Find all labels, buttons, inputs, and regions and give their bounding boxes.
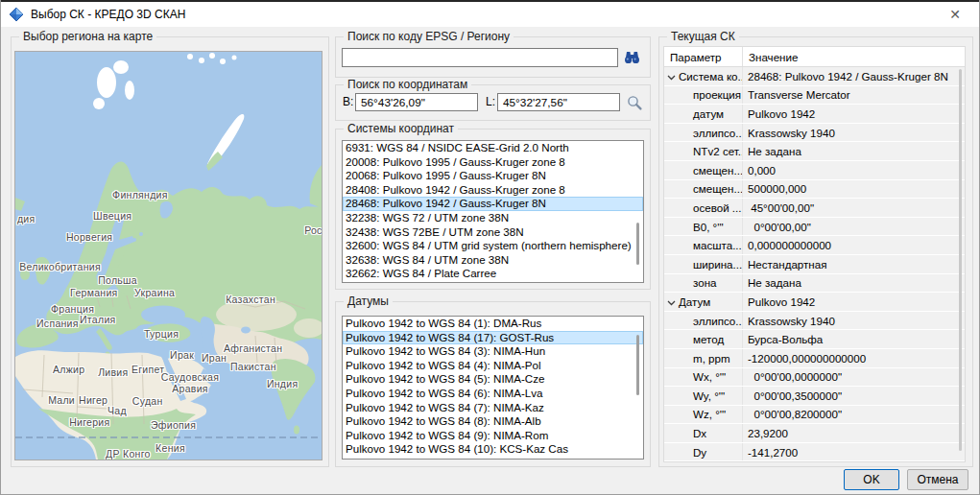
crs-list-item[interactable]: 32638: WGS 84 / UTM zone 38N <box>343 253 643 268</box>
cancel-button[interactable]: Отмена <box>907 469 968 490</box>
table-row[interactable]: смещен... 500000,000 <box>664 180 965 199</box>
crs-listbox[interactable]: 6931: WGS 84 / NSIDC EASE-Grid 2.0 North… <box>342 140 644 283</box>
table-row[interactable]: эллипсо... Krassowsky 1940 <box>664 312 965 330</box>
table-scrollbar[interactable] <box>959 69 962 451</box>
crs-list-item[interactable]: 32600: WGS 84 / UTM grid system (norther… <box>343 239 643 253</box>
map-country-label: Италия <box>80 314 116 325</box>
crs-list-item[interactable]: 20068: Pulkovo 1995 / Gauss-Kruger 8N <box>343 169 643 183</box>
column-header-param[interactable]: Параметр <box>664 47 742 66</box>
datum-list-item[interactable]: Pulkovo 1942 to WGS 84 (17): GOST-Rus <box>343 331 643 345</box>
table-row[interactable]: B0, °'" 0°00'00,00" <box>664 218 965 236</box>
table-row[interactable]: Wx, °'" 0°00'00,0000000" <box>664 368 965 387</box>
epsg-search-input[interactable] <box>342 48 618 67</box>
crs-group-label: Системы координат <box>344 122 458 136</box>
table-row[interactable]: NTv2 сет... Не задана <box>664 142 965 160</box>
param-value: Transverse Mercator <box>742 86 965 105</box>
map-groupbox: Выбор региона на карте <box>11 36 329 467</box>
b-coordinate-input[interactable] <box>355 93 478 111</box>
find-button[interactable] <box>620 46 644 68</box>
window-title: Выбор СК - КРЕДО 3D СКАН <box>31 8 185 21</box>
param-name: Dy <box>678 443 742 461</box>
l-coordinate-input[interactable] <box>497 93 620 111</box>
column-header-value[interactable]: Значение <box>742 47 965 66</box>
map-country-label: Египет <box>131 364 164 375</box>
datums-list-scrollbar[interactable] <box>636 335 639 395</box>
coord-search-groupbox: Поиск по координатам B: L: <box>335 84 651 121</box>
datum-list-item[interactable]: Pulkovo 1942 to WGS 84 (10): KCS-Kaz Cas <box>343 442 643 457</box>
crs-list-item[interactable]: 28408: Pulkovo 1942 / Gauss-Kruger zone … <box>343 183 643 198</box>
param-value: 45°00'00,00" <box>742 199 965 217</box>
datum-list-item[interactable]: Pulkovo 1942 to WGS 84 (4): NIMA-Pol <box>343 359 643 373</box>
table-row[interactable]: Wy, °'" 0°00'00,3500000" <box>664 387 965 405</box>
param-name: B0, °'" <box>678 218 742 236</box>
datum-list-item[interactable]: Pulkovo 1942 to WGS 84 (3): NIMA-Hun <box>343 344 643 359</box>
table-row[interactable]: m, ppm -120000,000000000000 <box>664 349 965 367</box>
table-row[interactable]: масшта... 0,000000000000 <box>664 236 965 254</box>
table-row[interactable]: ширина... Нестандартная <box>664 255 965 273</box>
param-name: Wy, °'" <box>678 387 742 405</box>
b-label: B: <box>343 95 353 108</box>
crs-list-item[interactable]: 20008: Pulkovo 1995 / Gauss-Kruger zone … <box>343 155 643 170</box>
table-row[interactable]: смещен... 0,000 <box>664 161 965 179</box>
datum-list-item[interactable]: Pulkovo 1942 to WGS 84 (9): NIMA-Rom <box>343 429 643 443</box>
crs-list-scrollbar[interactable] <box>636 223 639 265</box>
table-row[interactable]: эллипсо... Krassowsky 1940 <box>664 124 965 142</box>
datum-list-item[interactable]: Pulkovo 1942 to WGS 84 (1): DMA-Rus <box>343 317 643 331</box>
datum-list-item[interactable]: Pulkovo 1942 to WGS 84 (7): NIMA-Kaz <box>343 401 643 415</box>
param-value: Krassowsky 1940 <box>742 312 965 330</box>
map-country-label: Швеция <box>93 210 131 222</box>
param-name: m, ppm <box>678 349 742 367</box>
table-row[interactable]: Wz, °'" 0°00'00,8200000" <box>664 406 965 424</box>
coordinate-search-button[interactable] <box>623 92 645 113</box>
magnifier-icon <box>626 94 643 111</box>
datum-list-item[interactable]: Pulkovo 1942 to WGS 84 (8): NIMA-Alb <box>343 414 643 429</box>
map-country-label: ДР Конго <box>106 448 151 460</box>
table-row[interactable]: датум Pulkovo 1942 <box>664 105 965 123</box>
param-value: Pulkovo 1942 <box>742 293 965 311</box>
region-map[interactable]: дияФинляндияШвецияНорвегияРоссияВеликобр… <box>14 51 323 460</box>
app-icon <box>9 7 24 22</box>
close-icon[interactable]: ✕ <box>939 7 971 22</box>
titlebar[interactable]: Выбор СК - КРЕДО 3D СКАН ✕ <box>1 2 979 27</box>
table-row[interactable]: метод Бурса-Вольфа <box>664 330 965 348</box>
ok-button[interactable]: OK <box>844 469 899 490</box>
chevron-down-icon[interactable] <box>667 295 676 308</box>
crs-list-item[interactable]: 32238: WGS 72 / UTM zone 38N <box>343 211 643 225</box>
param-value: Нестандартная <box>742 255 965 273</box>
map-country-label: Финляндия <box>112 189 168 200</box>
table-row[interactable]: Датум Pulkovo 1942 <box>664 293 965 311</box>
chevron-down-icon[interactable] <box>667 70 676 82</box>
table-row[interactable]: зона Не задана <box>664 274 965 293</box>
map-country-label: дия <box>17 213 36 224</box>
table-row[interactable]: Dy -141,2700 <box>664 443 965 461</box>
crs-list-item[interactable]: 28468: Pulkovo 1942 / Gauss-Kruger 8N <box>343 197 643 211</box>
datums-groupbox: Датумы Pulkovo 1942 to WGS 84 (1): DMA-R… <box>335 301 651 467</box>
param-name: проекция <box>678 86 742 105</box>
map-country-label: Великобритания <box>19 261 101 272</box>
param-value: 0,000 <box>742 161 965 179</box>
map-country-label: Германия <box>70 287 117 298</box>
crs-list-item[interactable]: 32438: WGS 72BE / UTM zone 38N <box>343 225 643 240</box>
param-name: смещен... <box>678 180 742 199</box>
param-value: 0°00'00,00" <box>742 218 965 236</box>
table-row[interactable]: Система ко... 28468: Pulkovo 1942 / Gaus… <box>664 67 965 85</box>
datum-list-item[interactable]: Pulkovo 1942 to WGS 84 (6): NIMA-Lva <box>343 387 643 401</box>
datum-list-item[interactable]: Pulkovo 1942 to WGS 84 (5): NIMA-Cze <box>343 372 643 387</box>
param-name: Система ко... <box>678 67 742 85</box>
crs-groupbox: Системы координат 6931: WGS 84 / NSIDC E… <box>335 129 651 290</box>
param-value: 0°00'00,3500000" <box>742 387 965 405</box>
table-header[interactable]: Параметр Значение <box>664 47 965 67</box>
param-value: Не задана <box>742 274 965 293</box>
table-row[interactable]: осевой ... 45°00'00,00" <box>664 199 965 217</box>
map-country-label: Ливия <box>98 366 128 378</box>
map-country-label: Польша <box>98 274 137 286</box>
table-row[interactable]: проекция Transverse Mercator <box>664 86 965 105</box>
table-row[interactable]: Dx 23,9200 <box>664 424 965 442</box>
map-country-label: Кения <box>155 442 185 454</box>
datums-listbox[interactable]: Pulkovo 1942 to WGS 84 (1): DMA-RusPulko… <box>342 316 644 460</box>
l-label: L: <box>486 95 495 108</box>
crs-list-item[interactable]: 32662: WGS 84 / Plate Carree <box>343 267 643 281</box>
crs-list-item[interactable]: 6931: WGS 84 / NSIDC EASE-Grid 2.0 North <box>343 141 643 155</box>
param-value: 0°00'00,0000000" <box>742 368 965 387</box>
map-country-label: Пакистан <box>230 361 276 372</box>
